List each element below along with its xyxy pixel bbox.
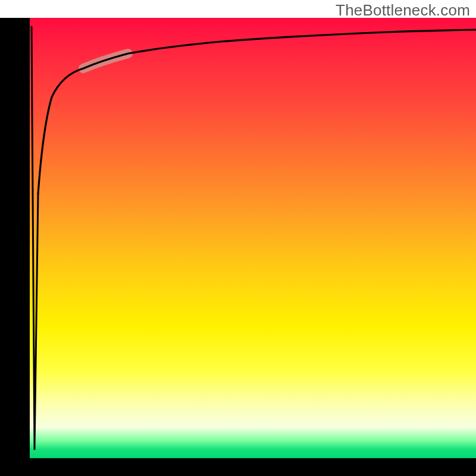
y-axis-bar xyxy=(0,18,30,458)
watermark-text: TheBottleneck.com xyxy=(336,1,470,20)
curve-layer xyxy=(30,18,476,458)
x-axis-bar xyxy=(0,458,476,476)
chart-frame: TheBottleneck.com xyxy=(0,0,476,476)
curve-main xyxy=(38,30,476,194)
curve-spike xyxy=(32,27,38,449)
